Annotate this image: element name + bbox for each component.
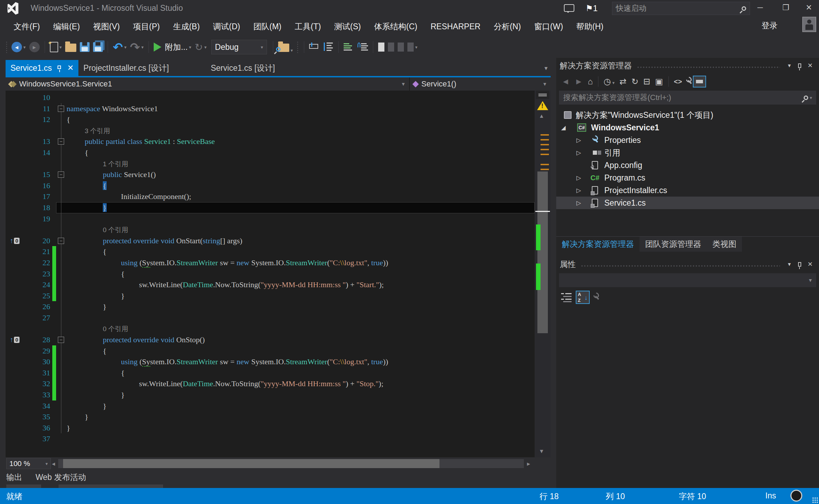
navigate-back-button[interactable]: ◄▾ <box>12 40 26 54</box>
fold-collapse-icon[interactable]: − <box>58 337 64 343</box>
scroll-up-arrow[interactable]: ▲ <box>539 113 544 119</box>
menu-item-3[interactable]: 项目(P) <box>127 18 167 35</box>
solution-configuration-select[interactable]: Debug▾ <box>211 40 267 54</box>
se-forward-icon[interactable]: ► <box>575 77 583 86</box>
navigate-forward-button[interactable]: ► <box>29 40 40 54</box>
maximize-button[interactable]: ❐ <box>776 0 796 15</box>
tree-item-windowsservice1[interactable]: ◢C#WindowsService1 <box>556 121 819 134</box>
preview-selected-items-toggle[interactable] <box>693 76 706 87</box>
clear-bookmarks-button[interactable]: ▾ <box>407 40 418 54</box>
sync-selection-icon[interactable]: ⇄ <box>620 77 627 86</box>
collapsed-arrow-icon[interactable]: ▷ <box>576 149 581 156</box>
menu-item-4[interactable]: 生成(B) <box>166 18 206 35</box>
editor-split-handle[interactable] <box>536 91 549 99</box>
props-menu-icon[interactable]: ▼ <box>787 261 792 267</box>
toolbar-grip[interactable] <box>6 41 8 53</box>
fold-collapse-icon[interactable]: − <box>58 171 64 178</box>
collapsed-arrow-icon[interactable]: ▷ <box>576 137 581 144</box>
properties-titlebar[interactable]: 属性 ▼ ✕ <box>556 257 819 272</box>
new-file-button[interactable]: ✦▾ <box>50 40 62 54</box>
document-tab-0[interactable]: Service1.cs✕ <box>6 60 78 76</box>
outline-column[interactable]: − <box>56 235 67 246</box>
panel-tab-1[interactable]: 团队资源管理器 <box>640 237 707 252</box>
tree-item-program-cs[interactable]: ▷C#Program.cs <box>556 171 819 184</box>
tree-item-projectinstaller-cs[interactable]: ▷ProjectInstaller.cs <box>556 184 819 197</box>
menu-item-8[interactable]: 测试(S) <box>328 18 368 35</box>
menu-item-2[interactable]: 视图(V) <box>86 18 127 35</box>
open-file-button[interactable] <box>65 40 76 54</box>
menu-item-6[interactable]: 团队(M) <box>247 18 288 35</box>
horizontal-scrollbar[interactable] <box>58 459 524 468</box>
outline-column[interactable]: − <box>56 136 67 147</box>
collapsed-arrow-icon[interactable]: ▷ <box>576 174 581 182</box>
usages-arrow-icon[interactable]: ↑ <box>10 336 13 344</box>
menu-item-10[interactable]: RESHARPER <box>424 19 487 34</box>
props-pin-icon[interactable] <box>798 262 801 267</box>
pending-changes-filter-icon[interactable]: ◷▾ <box>604 77 614 86</box>
menu-item-1[interactable]: 编辑(E) <box>46 18 86 35</box>
menu-item-9[interactable]: 体系结构(C) <box>368 18 424 35</box>
props-wrench-icon[interactable] <box>594 292 598 302</box>
undo-button[interactable]: ↶▾ <box>113 40 127 54</box>
sign-in-link[interactable]: 登录 <box>761 20 778 31</box>
solution-explorer-search[interactable]: 搜索解决方案资源管理器(Ctrl+;) ▾ <box>559 91 816 105</box>
resharper-status-icon[interactable] <box>790 490 802 502</box>
panel-tab-0[interactable]: 解决方案资源管理器 <box>556 237 640 252</box>
scrollbar-thumb[interactable] <box>537 171 548 333</box>
usages-arrow-icon[interactable]: ↑ <box>10 237 13 245</box>
hscroll-right-arrow[interactable]: ► <box>526 461 531 467</box>
panel-close-icon[interactable]: ✕ <box>807 62 813 69</box>
editor-zoom-select[interactable]: 100 %▾ <box>6 458 51 469</box>
close-button[interactable]: ✕ <box>799 0 819 15</box>
toggle-bookmark-button[interactable] <box>378 40 384 54</box>
categorized-icon[interactable] <box>561 292 572 302</box>
home-icon[interactable]: ⌂ <box>588 77 593 86</box>
code-editor[interactable]: 1011−namespace WindowsService112{3 个引用13… <box>6 91 551 457</box>
collapsed-arrow-icon[interactable]: ▷ <box>576 199 581 207</box>
resize-grip-icon[interactable] <box>812 497 818 503</box>
tab-list-dropdown[interactable]: ▼ <box>543 65 549 71</box>
bottom-tab-1[interactable]: Web 发布活动 <box>36 472 86 483</box>
redo-button[interactable]: ↶▾ <box>130 40 144 54</box>
refresh-icon[interactable]: ↻ <box>632 77 638 86</box>
scroll-down-arrow[interactable]: ▼ <box>539 448 544 455</box>
type-dropdown[interactable]: WindowsService1.Service1 ▼ <box>6 77 410 91</box>
tree-item-service1-cs[interactable]: ▷Service1.cs <box>556 197 819 209</box>
properties-object-select[interactable]: ▼ <box>559 273 816 287</box>
outline-column[interactable]: − <box>56 103 67 114</box>
menu-item-7[interactable]: 工具(T) <box>288 18 327 35</box>
minimized-panel-stub[interactable] <box>6 484 41 488</box>
close-tab-icon[interactable]: ✕ <box>67 63 74 72</box>
attach-debugger-button[interactable]: 附加...▾ <box>154 40 191 54</box>
usages-count-badge[interactable]: 0 <box>14 337 20 343</box>
props-close-icon[interactable]: ✕ <box>807 260 813 268</box>
collapsed-arrow-icon[interactable]: ▷ <box>576 187 581 194</box>
restart-button[interactable]: ↻▾ <box>195 40 207 54</box>
file-health-warning-icon[interactable] <box>537 101 548 110</box>
tree-item--[interactable]: ▷引用 <box>556 146 819 159</box>
solution-explorer-titlebar[interactable]: 解决方案资源管理器 ▼ ✕ <box>556 58 819 73</box>
fold-collapse-icon[interactable]: − <box>58 138 64 145</box>
quick-launch-input[interactable]: 快速启动 <box>612 2 750 15</box>
bottom-tab-0[interactable]: 输出 <box>6 472 22 483</box>
previous-bookmark-button[interactable] <box>388 40 394 54</box>
show-all-files-icon[interactable]: ▣ <box>655 77 663 86</box>
increase-indent-button[interactable] <box>358 40 368 54</box>
panel-menu-icon[interactable]: ▼ <box>787 63 792 68</box>
menu-item-5[interactable]: 调试(D) <box>206 18 247 35</box>
expanded-arrow-icon[interactable]: ◢ <box>561 124 566 131</box>
alphabetical-sort-icon[interactable]: AZ↓ <box>576 291 590 304</box>
document-tab-2[interactable]: Service1.cs [设计] <box>206 60 280 76</box>
minimize-button[interactable]: ─ <box>750 0 770 15</box>
menu-item-12[interactable]: 窗口(W) <box>528 18 570 35</box>
hscroll-thumb[interactable] <box>63 459 439 468</box>
menu-item-0[interactable]: 文件(F) <box>7 18 46 35</box>
collapse-all-icon[interactable]: ⊟ <box>643 77 650 86</box>
fold-collapse-icon[interactable]: − <box>58 106 64 112</box>
tree-item--windowsservice1-1-[interactable]: 解决方案"WindowsService1"(1 个项目) <box>556 109 819 121</box>
properties-icon[interactable] <box>687 77 690 86</box>
document-tab-1[interactable]: ProjectInstaller.cs [设计] <box>78 60 174 76</box>
vertical-scrollbar[interactable]: ▲ ▼ <box>535 91 551 457</box>
feedback-icon[interactable] <box>564 4 574 12</box>
outline-column[interactable]: − <box>56 334 67 345</box>
